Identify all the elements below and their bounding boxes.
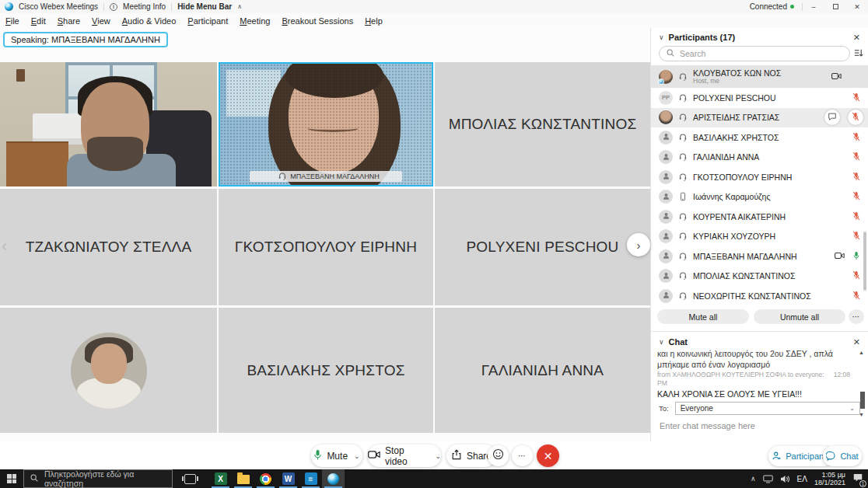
mic-muted-icon[interactable] [852, 231, 860, 242]
show-hidden-icons-button[interactable]: ∧ [751, 475, 756, 483]
name-tile-tzakoniatou[interactable]: ΤΖΑΚΩΝΙΑΤΟΥ ΣΤΕΛΛΑ [0, 189, 217, 305]
mic-muted-icon[interactable] [852, 270, 860, 281]
mic-muted-icon[interactable] [852, 172, 860, 183]
maximize-button[interactable] [824, 0, 846, 13]
reactions-button[interactable] [488, 445, 509, 466]
taskbar-chrome[interactable] [254, 469, 277, 488]
participant-row[interactable]: ΝΕΟΧΩΡΙΤΗΣ ΚΩΝΣΤΑΝΤΙΝΟΣ [651, 286, 868, 306]
chat-with-participant-button[interactable] [824, 110, 840, 125]
webex-logo-icon [5, 2, 13, 11]
page-next-button[interactable]: › [627, 233, 650, 256]
stop-video-button[interactable]: Stop video ⌄ [368, 444, 441, 467]
chat-scroll-up-icon[interactable]: ▲ [859, 350, 864, 355]
name-tile-molias[interactable]: ΜΠΟΛΙΑΣ ΚΩΝΣΤΑΝΤΙΝΟΣ [435, 62, 650, 186]
menu-help[interactable]: Help [365, 16, 383, 26]
headset-icon [678, 133, 688, 142]
speaker-icon[interactable] [780, 475, 790, 483]
chat-toggle-button[interactable]: Chat [823, 446, 862, 466]
participant-row[interactable]: PP POLYXENI PESCHOU [651, 88, 868, 108]
participants-scrollbar[interactable] [863, 232, 866, 291]
taskbar-webex[interactable] [322, 469, 345, 488]
taskbar-file-explorer[interactable] [232, 469, 254, 488]
mute-participant-button[interactable] [848, 110, 863, 125]
action-center-button[interactable]: 1 [852, 472, 863, 486]
start-button[interactable] [0, 469, 23, 488]
mic-muted-icon[interactable] [852, 132, 860, 143]
menu-meeting[interactable]: Meeting [240, 16, 270, 26]
chevron-down-icon[interactable]: ⌄ [435, 452, 441, 460]
participant-row[interactable]: ΚΥΡΙΑΚΗ ΧΟΥΖΟΥΡΗ [651, 227, 868, 247]
menu-view[interactable]: View [92, 16, 110, 26]
taskbar-word[interactable]: W [277, 469, 299, 488]
name-tile-galianidi[interactable]: ΓΑΛΙΑΝΙΔΗ ΑΝΝΑ [435, 308, 650, 433]
name-tile-polyxeni[interactable]: POLYXENI PESCHOU [435, 189, 650, 305]
name-tile-gkotsopoulou[interactable]: ΓΚΟΤΣΟΠΟΥΛΟΥ ΕΙΡΗΝΗ [219, 189, 433, 305]
taskbar-clock[interactable]: 1:05 μμ18/1/2021 [814, 471, 845, 487]
video-noise-overlay [220, 64, 432, 185]
name-tile-vasilakis[interactable]: ΒΑΣΙΛΑΚΗΣ ΧΡΗΣΤΟΣ [219, 308, 433, 433]
menu-audio-video[interactable]: Audio & Video [122, 16, 177, 26]
task-view-icon [184, 474, 196, 484]
chat-header: ∨ Chat ✕ [651, 335, 868, 349]
hide-menu-bar-button[interactable]: Hide Menu Bar [177, 2, 232, 11]
mic-muted-icon[interactable] [852, 211, 860, 222]
sort-icon[interactable] [853, 48, 863, 60]
close-chat-icon[interactable]: ✕ [853, 337, 860, 347]
mute-button[interactable]: Mute ⌄ [311, 444, 362, 467]
participant-row[interactable]: ΒΑΣΙΛΑΚΗΣ ΧΡΗΣΤΟΣ [651, 127, 868, 148]
avatar-tile-gratsias[interactable] [0, 308, 217, 433]
language-indicator[interactable]: ΕΛ [797, 475, 807, 483]
unmute-all-button[interactable]: Unmute all [754, 309, 845, 324]
participant-name: ΓΑΛΙΑΝΙΔΗ ΑΝΝΑ [693, 152, 759, 162]
mic-muted-icon[interactable] [852, 92, 860, 103]
mic-muted-icon[interactable] [852, 152, 860, 162]
network-icon[interactable] [763, 475, 773, 483]
participant-row-host[interactable]: ΚΛΟΥΒΑΤΟΣ ΚΩΝ ΝΟΣ Host, me [651, 65, 868, 88]
menu-bar: File Edit Share View Audio & Video Parti… [0, 13, 868, 28]
mute-all-button[interactable]: Mute all [657, 309, 749, 324]
participant-row[interactable]: ΜΠΑΞΕΒΑΝΗ ΜΑΓΔΑΛΗΝΗ [651, 246, 868, 267]
side-panel: ∨ Participants (17) ✕ Search ΚΛΟΥΒΑΤΟΣ Κ… [650, 28, 868, 441]
menu-share[interactable]: Share [58, 16, 80, 26]
participant-row[interactable]: ΓΑΛΙΑΝΙΔΗ ΑΝΝΑ [651, 148, 868, 168]
video-tile-klouvatos[interactable] [0, 62, 217, 186]
participant-row[interactable]: ΚΟΥΡΕΝΤΑ ΑΙΚΑΤΕΡΙΝΗ [651, 207, 868, 227]
mic-active-icon[interactable] [852, 251, 860, 262]
page-previous-icon[interactable]: ‹ [2, 236, 7, 256]
menu-edit[interactable]: Edit [31, 16, 46, 26]
chat-message-input[interactable]: Enter chat message here [660, 421, 755, 430]
mic-muted-icon[interactable] [852, 191, 860, 202]
menu-participant[interactable]: Participant [187, 16, 228, 26]
participant-search-input[interactable]: Search [659, 46, 850, 61]
video-tile-active-speaker[interactable]: ΜΠΑΞΕΒΑΝΗ ΜΑΓΔΑΛΗΝΗ [219, 62, 433, 186]
more-options-button[interactable]: ⋯ [849, 309, 864, 324]
meeting-info-button[interactable]: Meeting Info [123, 2, 166, 11]
close-participants-icon[interactable]: ✕ [853, 33, 860, 43]
participant-row[interactable]: ΓΚΟΤΣΟΠΟΥΛΟΥ ΕΙΡΗΝΗ [651, 167, 868, 187]
person-icon [662, 211, 670, 221]
task-view-button[interactable] [179, 469, 201, 488]
taskbar-app[interactable]: ≡ [299, 469, 322, 488]
participant-name: ΚΟΥΡΕΝΤΑ ΑΙΚΑΤΕΡΙΝΗ [693, 212, 786, 221]
minimize-button[interactable]: – [803, 0, 824, 13]
recipient-select[interactable]: Everyone ⌄ [675, 402, 860, 415]
tile-name: ΓΑΛΙΑΝΙΔΗ ΑΝΝΑ [481, 362, 604, 379]
close-button[interactable]: ✕ [846, 0, 868, 13]
taskbar-excel[interactable]: X [209, 469, 232, 488]
chevron-down-icon[interactable]: ⌄ [354, 452, 360, 460]
mic-muted-icon[interactable] [852, 291, 860, 302]
person-icon [662, 172, 670, 182]
collapse-icon[interactable]: ∨ [659, 338, 664, 346]
chat-scrollbar-thumb[interactable] [860, 392, 865, 409]
participants-title: Participants (17) [669, 33, 736, 42]
menu-file[interactable]: File [5, 16, 19, 26]
participant-row[interactable]: Ιωάννης Καραμούζης [651, 187, 868, 207]
collapse-icon[interactable]: ∨ [659, 33, 664, 41]
taskbar-search-input[interactable]: Πληκτρολογήστε εδώ για αναζήτηση [23, 469, 173, 488]
participant-row[interactable]: ΑΡΙΣΤΕΙΔΗΣ ΓΡΑΤΣΙΑΣ [651, 108, 868, 128]
menu-breakout-sessions[interactable]: Breakout Sessions [282, 16, 353, 26]
participant-row[interactable]: ΜΠΟΛΙΑΣ ΚΩΝΣΤΑΝΤΙΝΟΣ [651, 267, 868, 287]
webex-icon [327, 473, 339, 485]
leave-meeting-button[interactable]: ✕ [537, 444, 559, 467]
more-controls-button[interactable]: ⋯ [512, 445, 533, 466]
